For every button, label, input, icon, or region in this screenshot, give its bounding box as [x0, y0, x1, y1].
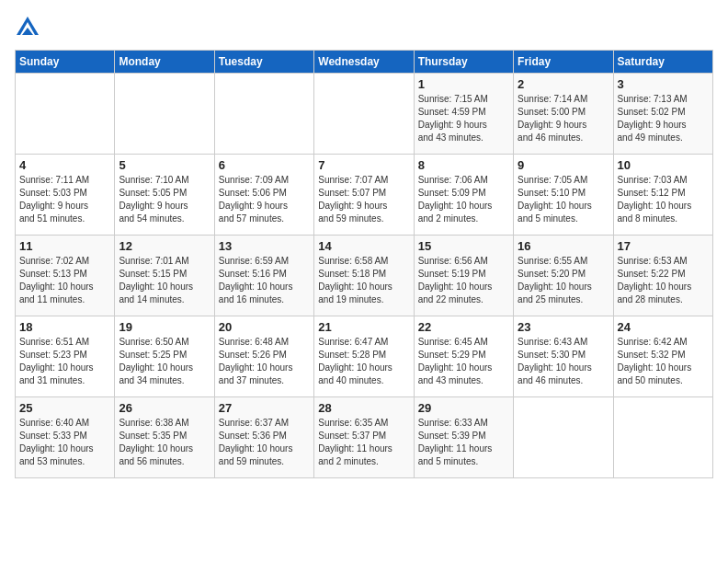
calendar-week-row: 18Sunrise: 6:51 AM Sunset: 5:23 PM Dayli… [16, 316, 713, 397]
calendar-cell: 21Sunrise: 6:47 AM Sunset: 5:28 PM Dayli… [314, 316, 414, 397]
day-info: Sunrise: 7:15 AM Sunset: 4:59 PM Dayligh… [418, 93, 509, 144]
calendar-cell: 13Sunrise: 6:59 AM Sunset: 5:16 PM Dayli… [214, 236, 313, 316]
calendar-cell: 18Sunrise: 6:51 AM Sunset: 5:23 PM Dayli… [16, 316, 115, 397]
day-number: 14 [318, 239, 409, 253]
day-number: 28 [318, 401, 409, 415]
day-number: 18 [19, 320, 110, 334]
day-number: 21 [318, 320, 409, 334]
logo-icon [15, 15, 40, 40]
day-number: 5 [119, 158, 210, 172]
logo [15, 15, 44, 40]
day-info: Sunrise: 7:14 AM Sunset: 5:00 PM Dayligh… [518, 93, 609, 144]
day-number: 15 [418, 239, 509, 253]
day-info: Sunrise: 6:40 AM Sunset: 5:33 PM Dayligh… [19, 417, 110, 468]
day-info: Sunrise: 6:48 AM Sunset: 5:26 PM Dayligh… [219, 336, 310, 387]
day-number: 25 [19, 401, 110, 415]
page-header [15, 15, 713, 40]
day-number: 3 [618, 77, 709, 91]
calendar-cell: 26Sunrise: 6:38 AM Sunset: 5:35 PM Dayli… [115, 397, 214, 478]
day-number: 26 [119, 401, 210, 415]
day-info: Sunrise: 6:51 AM Sunset: 5:23 PM Dayligh… [19, 336, 110, 387]
weekday-header: Sunday [16, 51, 115, 74]
calendar-cell [514, 397, 613, 478]
day-number: 19 [119, 320, 210, 334]
day-info: Sunrise: 7:03 AM Sunset: 5:12 PM Dayligh… [618, 174, 709, 225]
calendar-week-row: 4Sunrise: 7:11 AM Sunset: 5:03 PM Daylig… [16, 155, 713, 236]
day-number: 20 [219, 320, 310, 334]
calendar-cell: 15Sunrise: 6:56 AM Sunset: 5:19 PM Dayli… [414, 236, 513, 316]
day-info: Sunrise: 7:01 AM Sunset: 5:15 PM Dayligh… [119, 255, 210, 306]
day-number: 29 [418, 401, 509, 415]
calendar-cell: 20Sunrise: 6:48 AM Sunset: 5:26 PM Dayli… [214, 316, 313, 397]
calendar-cell [115, 74, 214, 155]
day-number: 24 [618, 320, 709, 334]
day-info: Sunrise: 7:06 AM Sunset: 5:09 PM Dayligh… [418, 174, 509, 225]
day-info: Sunrise: 6:55 AM Sunset: 5:20 PM Dayligh… [518, 255, 609, 306]
calendar-cell: 10Sunrise: 7:03 AM Sunset: 5:12 PM Dayli… [613, 155, 712, 236]
day-number: 1 [418, 77, 509, 91]
day-number: 10 [618, 158, 709, 172]
calendar-cell: 12Sunrise: 7:01 AM Sunset: 5:15 PM Dayli… [115, 236, 214, 316]
calendar-cell: 8Sunrise: 7:06 AM Sunset: 5:09 PM Daylig… [414, 155, 513, 236]
calendar-cell: 24Sunrise: 6:42 AM Sunset: 5:32 PM Dayli… [613, 316, 712, 397]
calendar-cell: 14Sunrise: 6:58 AM Sunset: 5:18 PM Dayli… [314, 236, 414, 316]
day-info: Sunrise: 7:13 AM Sunset: 5:02 PM Dayligh… [618, 93, 709, 144]
day-info: Sunrise: 6:45 AM Sunset: 5:29 PM Dayligh… [418, 336, 509, 387]
day-number: 11 [19, 239, 110, 253]
day-info: Sunrise: 7:07 AM Sunset: 5:07 PM Dayligh… [318, 174, 409, 225]
calendar-cell: 16Sunrise: 6:55 AM Sunset: 5:20 PM Dayli… [514, 236, 613, 316]
calendar-cell: 23Sunrise: 6:43 AM Sunset: 5:30 PM Dayli… [514, 316, 613, 397]
day-number: 6 [219, 158, 310, 172]
weekday-header: Friday [514, 51, 613, 74]
calendar-week-row: 25Sunrise: 6:40 AM Sunset: 5:33 PM Dayli… [16, 397, 713, 478]
day-number: 22 [418, 320, 509, 334]
calendar-table: SundayMondayTuesdayWednesdayThursdayFrid… [15, 50, 713, 478]
calendar-body: 1Sunrise: 7:15 AM Sunset: 4:59 PM Daylig… [16, 74, 713, 478]
day-info: Sunrise: 7:05 AM Sunset: 5:10 PM Dayligh… [518, 174, 609, 225]
weekday-header: Saturday [613, 51, 712, 74]
day-number: 17 [618, 239, 709, 253]
calendar-cell: 4Sunrise: 7:11 AM Sunset: 5:03 PM Daylig… [16, 155, 115, 236]
calendar-cell: 22Sunrise: 6:45 AM Sunset: 5:29 PM Dayli… [414, 316, 513, 397]
day-number: 13 [219, 239, 310, 253]
day-info: Sunrise: 6:47 AM Sunset: 5:28 PM Dayligh… [318, 336, 409, 387]
day-number: 27 [219, 401, 310, 415]
calendar-cell: 17Sunrise: 6:53 AM Sunset: 5:22 PM Dayli… [613, 236, 712, 316]
calendar-cell: 29Sunrise: 6:33 AM Sunset: 5:39 PM Dayli… [414, 397, 513, 478]
day-number: 12 [119, 239, 210, 253]
calendar-cell [214, 74, 313, 155]
day-number: 7 [318, 158, 409, 172]
day-number: 9 [518, 158, 609, 172]
calendar-cell: 11Sunrise: 7:02 AM Sunset: 5:13 PM Dayli… [16, 236, 115, 316]
day-number: 16 [518, 239, 609, 253]
calendar-cell: 25Sunrise: 6:40 AM Sunset: 5:33 PM Dayli… [16, 397, 115, 478]
calendar-cell: 28Sunrise: 6:35 AM Sunset: 5:37 PM Dayli… [314, 397, 414, 478]
calendar-cell: 7Sunrise: 7:07 AM Sunset: 5:07 PM Daylig… [314, 155, 414, 236]
calendar-header: SundayMondayTuesdayWednesdayThursdayFrid… [16, 51, 713, 74]
weekday-row: SundayMondayTuesdayWednesdayThursdayFrid… [16, 51, 713, 74]
day-number: 2 [518, 77, 609, 91]
day-info: Sunrise: 7:10 AM Sunset: 5:05 PM Dayligh… [119, 174, 210, 225]
weekday-header: Thursday [414, 51, 513, 74]
day-info: Sunrise: 6:56 AM Sunset: 5:19 PM Dayligh… [418, 255, 509, 306]
day-info: Sunrise: 6:42 AM Sunset: 5:32 PM Dayligh… [618, 336, 709, 387]
day-info: Sunrise: 6:53 AM Sunset: 5:22 PM Dayligh… [618, 255, 709, 306]
calendar-cell [16, 74, 115, 155]
day-info: Sunrise: 6:35 AM Sunset: 5:37 PM Dayligh… [318, 417, 409, 468]
day-info: Sunrise: 6:33 AM Sunset: 5:39 PM Dayligh… [418, 417, 509, 468]
calendar-cell: 19Sunrise: 6:50 AM Sunset: 5:25 PM Dayli… [115, 316, 214, 397]
calendar-cell: 3Sunrise: 7:13 AM Sunset: 5:02 PM Daylig… [613, 74, 712, 155]
day-info: Sunrise: 6:38 AM Sunset: 5:35 PM Dayligh… [119, 417, 210, 468]
day-info: Sunrise: 6:50 AM Sunset: 5:25 PM Dayligh… [119, 336, 210, 387]
calendar-week-row: 1Sunrise: 7:15 AM Sunset: 4:59 PM Daylig… [16, 74, 713, 155]
calendar-cell: 6Sunrise: 7:09 AM Sunset: 5:06 PM Daylig… [214, 155, 313, 236]
calendar-week-row: 11Sunrise: 7:02 AM Sunset: 5:13 PM Dayli… [16, 236, 713, 316]
weekday-header: Tuesday [214, 51, 313, 74]
calendar-cell: 1Sunrise: 7:15 AM Sunset: 4:59 PM Daylig… [414, 74, 513, 155]
calendar-cell: 27Sunrise: 6:37 AM Sunset: 5:36 PM Dayli… [214, 397, 313, 478]
day-info: Sunrise: 7:02 AM Sunset: 5:13 PM Dayligh… [19, 255, 110, 306]
day-number: 8 [418, 158, 509, 172]
calendar-cell [613, 397, 712, 478]
day-info: Sunrise: 6:37 AM Sunset: 5:36 PM Dayligh… [219, 417, 310, 468]
weekday-header: Wednesday [314, 51, 414, 74]
